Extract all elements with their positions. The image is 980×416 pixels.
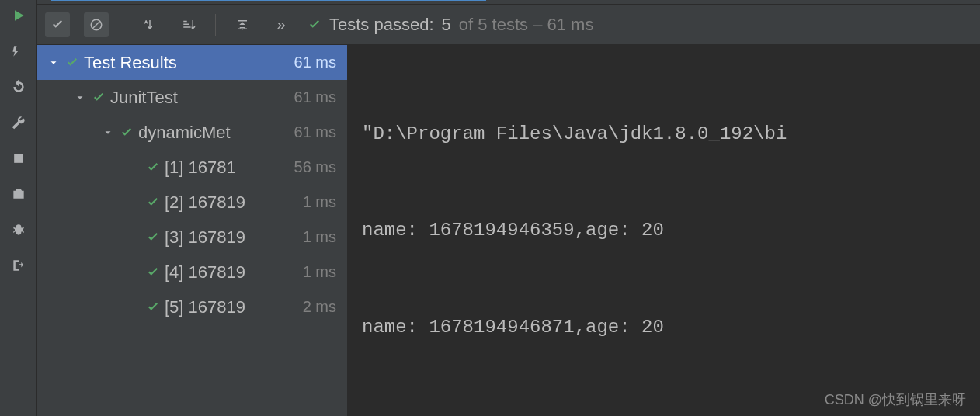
tree-item[interactable]: [4] 167819 1 ms (37, 255, 347, 289)
main-panel: » Tests passed: 5 of 5 tests – 61 ms Tes… (37, 0, 980, 416)
sort-duration-button[interactable] (176, 12, 201, 37)
tree-label: JunitTest (110, 88, 178, 108)
tree-time: 1 ms (298, 228, 336, 246)
tree-item[interactable]: [2] 167819 1 ms (37, 185, 347, 220)
run-icon[interactable] (9, 6, 28, 25)
wrench-icon[interactable] (9, 113, 28, 132)
console-output[interactable]: "D:\Program Files\Java\jdk1.8.0_192\bi n… (348, 45, 980, 416)
more-button[interactable]: » (269, 12, 294, 37)
test-tree[interactable]: Test Results 61 ms JunitTest 61 ms dynam… (37, 45, 348, 416)
tree-time: 61 ms (290, 54, 336, 71)
test-toolbar: » Tests passed: 5 of 5 tests – 61 ms (37, 5, 980, 45)
tree-suite[interactable]: JunitTest 61 ms (37, 80, 347, 115)
console-line: name: 1678194946359,age: 20 (362, 213, 966, 250)
tree-item[interactable]: [1] 16781 56 ms (37, 150, 347, 185)
check-icon (308, 18, 321, 32)
tree-time: 1 ms (298, 193, 336, 211)
expand-all-button[interactable] (230, 12, 255, 37)
chevron-down-icon (75, 92, 87, 103)
stop-icon[interactable] (9, 149, 28, 168)
camera-icon[interactable] (9, 185, 28, 203)
check-icon (92, 91, 106, 105)
restart-icon[interactable] (9, 78, 28, 96)
status-prefix: Tests passed: (329, 15, 434, 35)
tree-label: [3] 167819 (165, 227, 245, 248)
console-line: name: 1678194946871,age: 20 (362, 309, 966, 346)
status-total: of 5 tests – 61 ms (459, 15, 594, 35)
tree-label: Test Results (84, 53, 177, 73)
toolbar-divider (123, 14, 123, 36)
check-icon (65, 56, 79, 70)
svg-rect-0 (14, 154, 23, 163)
reuse-icon[interactable] (9, 42, 28, 61)
tree-method[interactable]: dynamicMet 61 ms (37, 115, 347, 150)
check-icon (146, 196, 160, 210)
tree-time: 61 ms (290, 123, 336, 141)
side-rail (0, 0, 37, 416)
tree-label: dynamicMet (138, 123, 231, 143)
check-icon (146, 161, 160, 175)
show-passed-button[interactable] (45, 12, 70, 37)
tree-time: 1 ms (298, 263, 336, 281)
tree-item[interactable]: [5] 167819 2 ms (37, 289, 347, 324)
console-line: "D:\Program Files\Java\jdk1.8.0_192\bi (362, 116, 966, 153)
tree-time: 56 ms (290, 158, 336, 176)
tab-strip (37, 0, 980, 5)
check-icon (146, 265, 160, 279)
watermark: CSDN @快到锅里来呀 (825, 389, 966, 411)
tree-label: [1] 16781 (165, 158, 236, 178)
tree-label: [5] 167819 (165, 297, 245, 317)
show-ignored-button[interactable] (84, 12, 109, 37)
check-icon (146, 231, 160, 244)
svg-point-1 (16, 192, 20, 196)
test-status: Tests passed: 5 of 5 tests – 61 ms (308, 15, 593, 35)
chevron-down-icon (48, 57, 61, 68)
tree-label: [2] 167819 (165, 192, 245, 213)
status-passed-count: 5 (442, 15, 451, 35)
check-icon (146, 300, 160, 314)
content-split: Test Results 61 ms JunitTest 61 ms dynam… (37, 45, 980, 416)
sort-alpha-button[interactable] (137, 12, 162, 37)
bug-icon[interactable] (9, 220, 28, 239)
tree-item[interactable]: [3] 167819 1 ms (37, 220, 347, 255)
tree-time: 61 ms (290, 88, 336, 106)
tree-label: [4] 167819 (165, 262, 245, 283)
tree-root[interactable]: Test Results 61 ms (37, 45, 347, 80)
chevron-down-icon (103, 127, 115, 138)
check-icon (120, 126, 134, 140)
exit-icon[interactable] (9, 256, 28, 275)
tree-time: 2 ms (298, 298, 336, 316)
toolbar-divider (215, 14, 216, 36)
